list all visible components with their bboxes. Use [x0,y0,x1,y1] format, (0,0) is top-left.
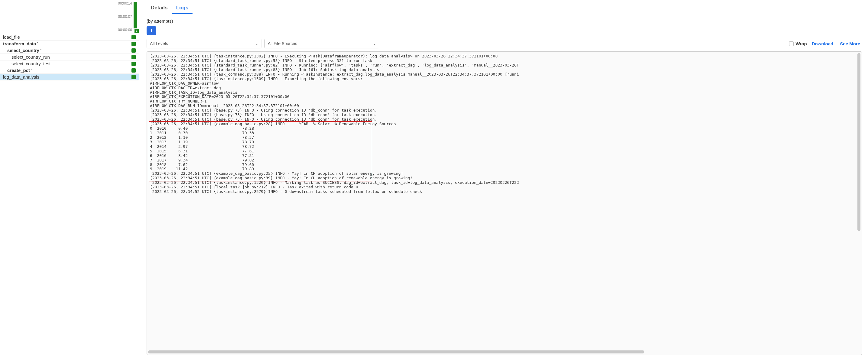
play-icon[interactable]: ▶ [134,29,139,33]
task-label: transform_data [3,41,36,46]
chevron-up-icon: ˄ [40,49,42,52]
log-controls: All Levels ⌄ All File Sources ⌄ Wrap Dow… [147,39,862,49]
status-success-icon [131,55,136,59]
log-content: [2023-03-26, 22:34:51 UTC] {taskinstance… [147,52,862,197]
chevron-down-icon: ⌄ [373,42,376,46]
wrap-label: Wrap [796,41,807,46]
tab-logs[interactable]: Logs [172,2,193,14]
scrollbar-thumb[interactable] [148,351,644,354]
wrap-checkbox[interactable]: Wrap [789,41,807,46]
task-label: load_file [3,34,20,40]
task-label: log_data_analysis [3,74,39,80]
task-tree: load_file transform_data˄ select_country… [0,33,139,81]
task-label: select_country_test [11,61,51,66]
gantt-bar[interactable] [133,2,137,28]
task-row-transform-data[interactable]: transform_data˄ [0,40,139,47]
task-row-select-country-run[interactable]: select_country_run [0,54,139,60]
checkbox-icon [789,41,794,46]
status-success-icon [131,35,136,39]
task-label: create_pct [7,68,30,73]
task-row-select-country-test[interactable]: select_country_test [0,60,139,67]
scrollbar-thumb[interactable] [858,53,861,231]
log-viewer[interactable]: [2023-03-26, 22:34:51 UTC] {taskinstance… [147,51,862,355]
status-success-icon [131,75,136,79]
attempt-badge[interactable]: 1 [147,26,156,35]
status-success-icon [131,42,136,46]
status-success-icon [131,62,136,66]
scrollbar-horizontal[interactable] [148,350,856,354]
gantt-time-0: 00:00:14 [118,1,132,5]
left-panel: 00:00:14 00:00:07 00:00:00 ▶ load_file t… [0,0,139,361]
chevron-down-icon: ⌄ [255,42,258,46]
status-success-icon [131,49,136,53]
task-label: select_country [7,48,39,53]
level-filter-select[interactable]: All Levels ⌄ [147,39,261,49]
source-filter-select[interactable]: All File Sources ⌄ [265,39,379,49]
task-label: select_country_run [11,54,50,60]
gantt-chart: 00:00:14 00:00:07 00:00:00 ▶ [0,0,139,33]
task-row-select-country[interactable]: select_country˄ [0,47,139,54]
task-row-load-file[interactable]: load_file [0,34,139,40]
scrollbar-vertical[interactable] [857,52,861,349]
chevron-down-icon: ˅ [31,68,32,72]
tabs: Details Logs [147,0,862,14]
gantt-time-1: 00:00:07 [118,14,132,19]
source-filter-label: All File Sources [268,41,297,46]
right-panel: Details Logs (by attempts) 1 All Levels … [139,0,868,361]
see-more-button[interactable]: See More [838,41,862,46]
gantt-time-2: 00:00:00 [118,28,132,32]
task-row-create-pct[interactable]: create_pct˅ [0,67,139,74]
level-filter-label: All Levels [150,41,168,46]
tab-details[interactable]: Details [147,2,172,14]
task-row-log-data-analysis[interactable]: log_data_analysis [0,74,139,81]
status-success-icon [131,68,136,72]
attempts-label: (by attempts) [147,19,862,24]
download-button[interactable]: Download [810,41,835,46]
chevron-up-icon: ˄ [37,42,38,46]
